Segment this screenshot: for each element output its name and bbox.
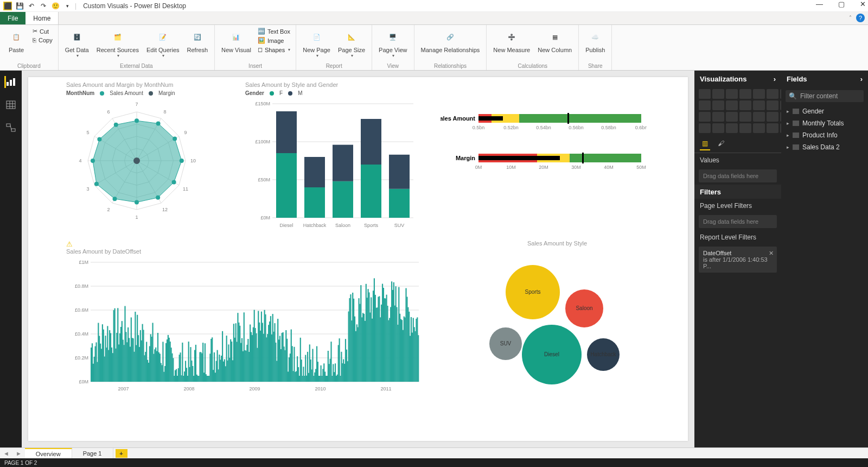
file-tab[interactable]: File (0, 12, 25, 24)
search-input[interactable]: 🔍 Filter content (786, 90, 864, 102)
undo-icon[interactable]: ↶ (27, 2, 36, 10)
viz-type-icon[interactable] (767, 89, 778, 99)
viz-gallery[interactable] (694, 87, 781, 135)
textbox-button[interactable]: 🔤 Text Box (257, 27, 291, 35)
recent-sources-button[interactable]: 🗂️Recent Sources (94, 27, 141, 59)
viz-type-icon[interactable] (767, 112, 778, 122)
remove-filter-icon[interactable]: ✕ (769, 250, 774, 257)
svg-rect-198 (179, 355, 180, 382)
get-data-button[interactable]: 🗄️Get Data (63, 27, 91, 59)
data-view-icon[interactable] (5, 99, 17, 111)
add-page-button[interactable]: + (116, 449, 127, 458)
help-icon[interactable]: ? (856, 14, 865, 22)
svg-rect-121 (100, 344, 101, 382)
viz-type-icon[interactable] (753, 100, 765, 110)
viz-type-icon[interactable] (739, 89, 751, 99)
manage-relationships-button[interactable]: 🔗Manage Relationships (419, 27, 482, 54)
svg-rect-270 (253, 327, 254, 382)
format-subtab-icon[interactable]: 🖌 (716, 137, 726, 150)
viz-type-icon[interactable] (699, 112, 711, 122)
field-table[interactable]: Product Info (781, 129, 868, 141)
report-view-icon[interactable] (4, 76, 16, 88)
svg-rect-148 (127, 327, 129, 382)
viz-type-icon[interactable] (712, 112, 724, 122)
image-button[interactable]: 🖼️ Image (257, 36, 291, 45)
edit-queries-button[interactable]: 📝Edit Queries (144, 27, 182, 59)
paste-button[interactable]: 📋Paste (4, 27, 28, 54)
viz-type-icon[interactable] (699, 123, 711, 133)
viz-type-icon[interactable] (753, 123, 765, 133)
qat-dropdown-icon[interactable]: ▾ (63, 2, 72, 10)
refresh-button[interactable]: 🔄Refresh (185, 27, 210, 54)
close-icon[interactable]: ✕ (860, 0, 866, 8)
viz-type-icon[interactable] (726, 123, 738, 133)
maximize-icon[interactable]: ▢ (838, 0, 845, 8)
svg-text:1: 1 (135, 214, 138, 220)
viz-type-icon[interactable] (753, 112, 765, 122)
viz-type-icon[interactable] (739, 123, 751, 133)
relationships-view-icon[interactable] (5, 122, 17, 134)
page-size-button[interactable]: 📐Page Size (336, 27, 367, 59)
copy-button[interactable]: ⎘ Copy (31, 36, 54, 44)
svg-rect-129 (108, 350, 109, 382)
chevron-right-icon[interactable]: › (860, 75, 863, 83)
viz-type-icon[interactable] (726, 89, 738, 99)
viz-type-icon[interactable] (753, 89, 765, 99)
field-table[interactable]: Monthly Totals (781, 117, 868, 129)
svg-rect-237 (219, 355, 220, 382)
page-next-icon[interactable]: ► (12, 450, 25, 457)
filter-chip-dateoffset[interactable]: DateOffset is after 1/1/2006 1:40:53 P..… (699, 247, 777, 273)
radar-chart[interactable]: 789101112123456 (66, 98, 207, 223)
timeseries-chart[interactable]: £0M£0.2M£0.4M£0.6M£0.8M£1M20072008200920… (66, 257, 424, 393)
fields-subtab-icon[interactable]: ▥ (700, 137, 710, 150)
viz-type-icon[interactable] (712, 100, 724, 110)
home-tab[interactable]: Home (25, 12, 59, 24)
viz-type-icon[interactable] (726, 112, 738, 122)
filter-field-desc: is after 1/1/2006 1:40:53 P... (703, 256, 773, 269)
viz-type-icon[interactable] (739, 100, 751, 110)
stacked-bar-chart[interactable]: £0M£50M£100M£150MDieselHatchbackSaloonSp… (245, 98, 419, 231)
viz-type-icon[interactable] (712, 123, 724, 133)
chevron-right-icon[interactable]: › (774, 75, 776, 83)
field-table[interactable]: Gender (781, 105, 868, 117)
viz-type-icon[interactable] (767, 100, 778, 110)
page-tab-overview[interactable]: Overview (25, 448, 72, 458)
svg-rect-277 (260, 331, 261, 382)
bubble-chart[interactable]: SportsSaloonSUVDieselHatchback (468, 249, 647, 390)
page-prev-icon[interactable]: ◄ (0, 450, 12, 457)
shapes-button[interactable]: ◻ Shapes (257, 46, 291, 54)
smiley-icon[interactable]: 🙂 (51, 2, 60, 10)
values-drop-well[interactable]: Drag data fields here (699, 169, 777, 182)
viz-type-icon[interactable] (699, 89, 711, 99)
save-icon[interactable]: 💾 (15, 2, 24, 10)
svg-rect-382 (367, 289, 368, 382)
svg-rect-392 (378, 297, 379, 382)
viz-type-icon[interactable] (726, 100, 738, 110)
viz-type-icon[interactable] (739, 112, 751, 122)
viz-type-icon[interactable] (699, 100, 711, 110)
minimize-icon[interactable]: — (816, 0, 823, 8)
svg-rect-209 (190, 347, 191, 382)
svg-rect-309 (292, 371, 293, 382)
new-visual-button[interactable]: 📊New Visual (219, 27, 253, 54)
new-measure-button[interactable]: ➗New Measure (491, 27, 532, 54)
page-view-button[interactable]: 🖥️Page View (376, 27, 409, 59)
svg-rect-234 (216, 361, 217, 382)
bullet-chart-margin[interactable]: Margin0M10M20M30M40M50M (441, 149, 647, 176)
publish-button[interactable]: ☁️Publish (583, 27, 607, 54)
bullet-chart-sales[interactable]: Sales Amount0.5bn0.52bn0.54bn0.56bn0.58b… (441, 110, 647, 137)
field-table[interactable]: Sales Data 2 (781, 141, 868, 153)
cut-button[interactable]: ✂ Cut (31, 27, 54, 35)
collapse-ribbon-icon[interactable]: ˄ (849, 15, 852, 21)
svg-rect-359 (344, 364, 345, 382)
redo-icon[interactable]: ↷ (39, 2, 48, 10)
new-column-button[interactable]: ▦New Column (535, 27, 574, 54)
report-canvas[interactable]: Sales Amount and Margin by MonthNum Mont… (22, 71, 694, 447)
new-page-button[interactable]: 📄New Page (301, 27, 333, 59)
page-filter-well[interactable]: Drag data fields here (699, 215, 777, 228)
viz-type-icon[interactable] (712, 89, 724, 99)
svg-text:40M: 40M (604, 165, 614, 170)
viz-type-icon[interactable] (767, 123, 778, 133)
page-tab-page1[interactable]: Page 1 (72, 448, 113, 458)
svg-rect-90 (570, 154, 641, 162)
